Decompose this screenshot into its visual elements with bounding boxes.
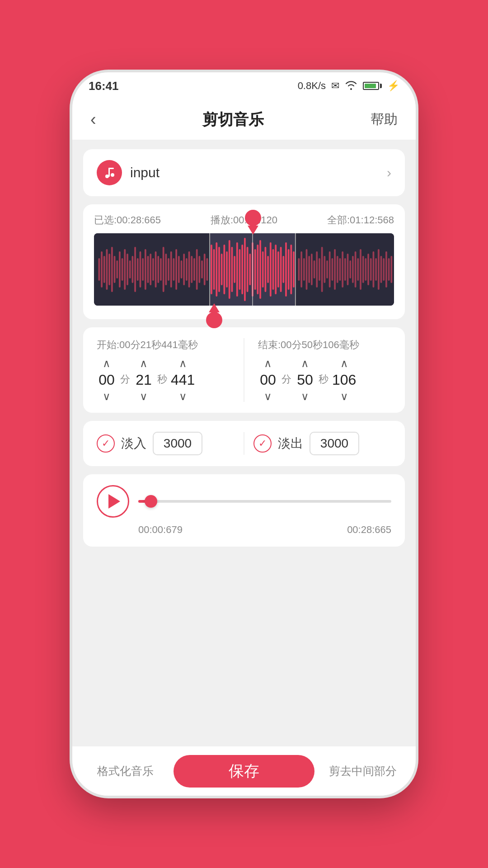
fade-in-checkbox[interactable]: ✓ <box>97 434 115 453</box>
svg-rect-27 <box>155 251 157 288</box>
status-right: 0.8K/s ✉ ⚡ <box>298 80 399 92</box>
chevron-right-icon: › <box>387 165 391 180</box>
fade-in-item: ✓ 淡入 <box>97 432 235 455</box>
player-card: 00:00:679 00:28:665 <box>83 474 405 547</box>
svg-rect-113 <box>373 251 375 288</box>
svg-rect-23 <box>145 249 146 290</box>
start-seconds-spinner: ∧ 21 ∨ <box>134 358 154 402</box>
playhead-pin-bottom[interactable] <box>206 303 222 328</box>
waveform-container[interactable] <box>94 233 394 306</box>
end-minutes-spinner: ∧ 00 ∨ <box>258 358 278 402</box>
svg-rect-90 <box>314 260 315 278</box>
fade-out-checkbox[interactable]: ✓ <box>253 434 272 453</box>
svg-rect-119 <box>388 258 390 281</box>
end-min-down[interactable]: ∨ <box>264 391 272 402</box>
svg-rect-22 <box>142 258 144 281</box>
svg-rect-99 <box>337 256 338 283</box>
svg-rect-68 <box>254 249 256 290</box>
start-time-spinners: ∧ 00 ∨ 分 ∧ 21 ∨ 秒 ∧ 441 ∨ <box>97 358 230 402</box>
svg-rect-26 <box>152 258 154 281</box>
format-music-button[interactable]: 格式化音乐 <box>81 764 169 778</box>
player-times: 00:00:679 00:28:665 <box>97 524 391 536</box>
svg-rect-74 <box>270 242 272 297</box>
svg-rect-66 <box>249 254 251 285</box>
end-ms-up[interactable]: ∧ <box>340 358 348 369</box>
svg-rect-5 <box>98 258 100 281</box>
svg-rect-102 <box>344 258 346 281</box>
start-sec-up[interactable]: ∧ <box>140 358 148 369</box>
end-sec-up[interactable]: ∧ <box>301 358 309 369</box>
svg-rect-110 <box>365 258 366 281</box>
fade-out-label: 淡出 <box>278 435 303 452</box>
svg-rect-94 <box>324 256 325 283</box>
svg-rect-7 <box>103 256 105 283</box>
help-button[interactable]: 帮助 <box>366 106 402 133</box>
end-ms-down[interactable]: ∨ <box>340 391 348 402</box>
top-bar: ‹ 剪切音乐 帮助 <box>72 99 416 140</box>
svg-rect-69 <box>257 245 258 294</box>
svg-rect-59 <box>231 247 233 292</box>
player-row <box>97 485 391 518</box>
svg-rect-73 <box>267 256 269 283</box>
music-file-card: input › <box>83 149 405 196</box>
svg-rect-109 <box>362 256 364 283</box>
svg-rect-16 <box>127 254 128 285</box>
music-file-row[interactable]: input › <box>97 160 391 185</box>
player-slider-track[interactable] <box>138 500 391 503</box>
svg-rect-60 <box>234 256 235 283</box>
trim-middle-button[interactable]: 剪去中间部分 <box>319 764 407 778</box>
svg-point-1 <box>111 173 114 177</box>
start-sec-down[interactable]: ∨ <box>140 391 148 402</box>
playhead-pin-top[interactable] <box>245 210 261 235</box>
svg-rect-13 <box>119 251 121 288</box>
play-button[interactable] <box>97 485 129 518</box>
svg-rect-107 <box>357 258 359 281</box>
slider-thumb[interactable] <box>145 495 157 508</box>
svg-rect-35 <box>175 249 177 290</box>
end-seconds-spinner: ∧ 50 ∨ <box>295 358 315 402</box>
start-min-up[interactable]: ∧ <box>103 358 111 369</box>
svg-rect-82 <box>290 245 292 294</box>
svg-rect-87 <box>306 249 308 290</box>
svg-rect-8 <box>106 249 108 290</box>
svg-rect-63 <box>241 245 243 294</box>
svg-rect-79 <box>282 256 284 283</box>
waveform-card: 已选:00:28:665 播放:00:22:120 全部:01:12:568 <box>83 204 405 319</box>
svg-rect-15 <box>124 249 126 290</box>
start-ms-up[interactable]: ∧ <box>179 358 187 369</box>
svg-rect-30 <box>163 247 164 292</box>
start-min-value: 00 <box>97 372 117 388</box>
start-min-down[interactable]: ∨ <box>103 391 111 402</box>
svg-rect-37 <box>181 260 183 278</box>
svg-rect-103 <box>347 254 349 285</box>
start-ms-spinner: ∧ 441 ∨ <box>171 358 195 402</box>
save-button[interactable]: 保存 <box>174 755 314 788</box>
svg-rect-31 <box>165 254 167 285</box>
svg-rect-20 <box>137 258 139 281</box>
svg-rect-91 <box>316 251 318 288</box>
battery-icon <box>363 82 382 90</box>
svg-rect-36 <box>178 256 180 283</box>
svg-rect-89 <box>311 254 313 285</box>
end-sec-down[interactable]: ∨ <box>301 391 309 402</box>
svg-point-0 <box>105 175 109 178</box>
svg-rect-96 <box>329 251 331 288</box>
start-ms-down[interactable]: ∨ <box>179 391 187 402</box>
svg-rect-98 <box>334 249 336 290</box>
svg-rect-58 <box>229 240 230 299</box>
min-unit-end: 分 <box>282 373 291 386</box>
svg-rect-42 <box>193 258 195 281</box>
svg-rect-61 <box>236 242 238 297</box>
fade-card: ✓ 淡入 ✓ 淡出 <box>83 421 405 466</box>
end-ms-spinner: ∧ 106 ∨ <box>332 358 356 402</box>
svg-rect-70 <box>259 240 261 299</box>
svg-rect-108 <box>360 249 361 290</box>
svg-rect-117 <box>383 258 385 281</box>
svg-rect-3 <box>108 168 114 169</box>
fade-in-input[interactable] <box>153 432 202 455</box>
back-button[interactable]: ‹ <box>86 105 101 134</box>
fade-out-input[interactable] <box>310 432 359 455</box>
music-icon-circle <box>97 160 122 185</box>
end-min-up[interactable]: ∧ <box>264 358 272 369</box>
svg-rect-19 <box>134 247 136 292</box>
